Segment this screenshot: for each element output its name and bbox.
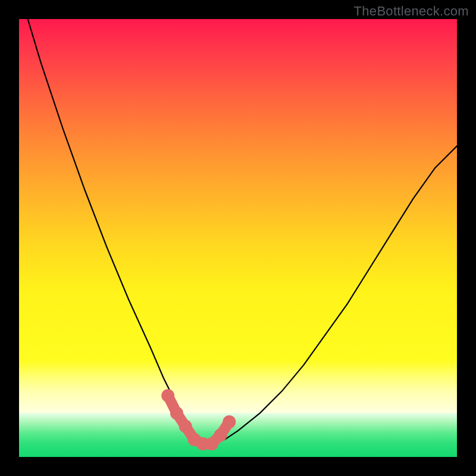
plot-area: [19, 19, 457, 457]
watermark-text: TheBottleneck.com: [354, 4, 469, 19]
chart-frame: TheBottleneck.com: [0, 0, 476, 476]
marker-dot: [179, 420, 192, 433]
bottleneck-curve: [28, 19, 457, 444]
marker-cluster: [161, 389, 236, 450]
marker-dot: [170, 406, 183, 419]
marker-dot: [223, 415, 236, 428]
marker-dot: [161, 389, 174, 402]
curve-layer: [19, 19, 457, 457]
marker-dot: [214, 428, 227, 441]
